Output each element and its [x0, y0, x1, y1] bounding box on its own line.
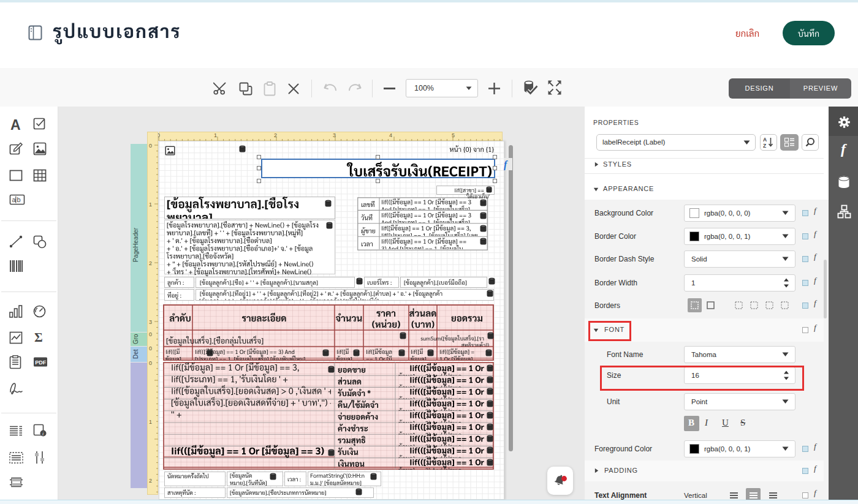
- svg-text:Z: Z: [763, 143, 766, 149]
- svg-text:A: A: [763, 137, 767, 143]
